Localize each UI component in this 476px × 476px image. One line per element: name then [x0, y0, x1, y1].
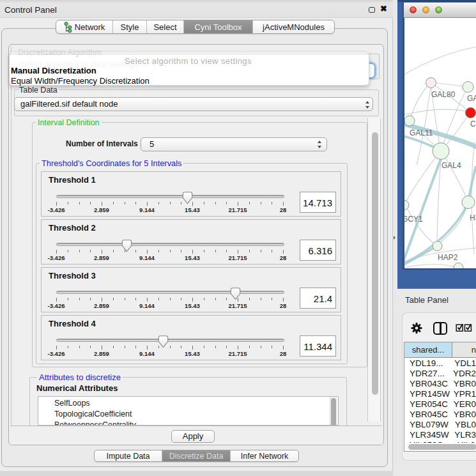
svg-text:GAL4: GAL4: [441, 161, 461, 170]
svg-text:CR: CR: [470, 119, 476, 128]
svg-text:HAP2: HAP2: [438, 253, 458, 262]
svg-text:GCY1: GCY1: [404, 215, 423, 224]
svg-text:GAL11: GAL11: [410, 128, 433, 137]
svg-text:GAL: GAL: [467, 94, 476, 103]
svg-text:HI: HI: [470, 213, 476, 222]
svg-text:GAL80: GAL80: [431, 90, 456, 99]
